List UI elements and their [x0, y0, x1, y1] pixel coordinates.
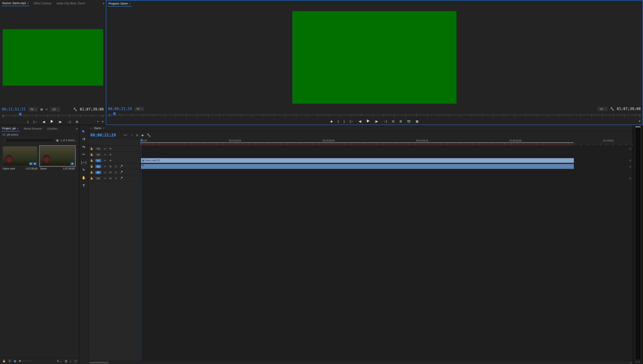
- step-back-icon[interactable]: ◀|: [359, 120, 362, 123]
- video-clip[interactable]: Damn.mp4 [V]: [141, 158, 574, 163]
- track-header-v1[interactable]: 🔓 V1 ▭ 👁: [89, 158, 140, 164]
- audio-clip[interactable]: [141, 164, 574, 169]
- step-back-icon[interactable]: ◀|: [43, 120, 45, 124]
- menu-icon[interactable]: ≡: [17, 127, 19, 130]
- voice-record-icon[interactable]: 🎤: [120, 177, 123, 180]
- linked-selection-icon[interactable]: ⎘: [136, 134, 138, 137]
- ripple-edit-tool-icon[interactable]: ⇆: [81, 144, 87, 149]
- track-header-a1[interactable]: 🔓 A1 ▭ M S 🎤: [89, 164, 140, 170]
- bin-item[interactable]: ▮▮ Damn 1;07;39;00: [40, 146, 75, 355]
- tab-effect-controls[interactable]: Effect Controls: [33, 1, 52, 6]
- tab-project[interactable]: Project: jah ≡: [1, 126, 20, 132]
- razor-tool-icon[interactable]: ✂: [81, 152, 87, 157]
- lane-a3[interactable]: [140, 176, 632, 181]
- track-label[interactable]: A2: [95, 171, 101, 174]
- nest-toggle-icon[interactable]: ✂⁺: [124, 134, 128, 137]
- go-to-in-icon[interactable]: {←: [33, 120, 37, 124]
- sync-lock-icon[interactable]: ▭: [103, 177, 107, 180]
- project-breadcrumb[interactable]: jah.prproj: [0, 132, 79, 137]
- timeline-timecode[interactable]: 00;00;21;29: [90, 133, 116, 137]
- track-label[interactable]: V1: [95, 159, 101, 162]
- lock-icon[interactable]: 🔓: [90, 147, 94, 150]
- source-add-button-icon[interactable]: +: [102, 120, 104, 124]
- bin-item[interactable]: ▮▮▮▮ Damn.mp4 1;07;39;00: [2, 146, 38, 355]
- program-add-button-icon[interactable]: +: [639, 119, 641, 123]
- sort-icon[interactable]: ⇅ ⌄: [57, 360, 62, 363]
- solo-icon[interactable]: S: [114, 171, 118, 174]
- overflow-chevrons-icon[interactable]: »: [76, 127, 78, 130]
- thumbnail-zoom-slider[interactable]: [19, 361, 33, 361]
- lane-v3[interactable]: [140, 146, 632, 152]
- insert-icon[interactable]: ⊞: [76, 120, 78, 124]
- track-label[interactable]: V3: [95, 147, 101, 150]
- source-playhead[interactable]: [19, 113, 22, 116]
- mute-icon[interactable]: M: [109, 177, 112, 180]
- timeline-settings-icon[interactable]: 🔧: [147, 134, 150, 137]
- pen-tool-icon[interactable]: ✎: [81, 168, 87, 172]
- lock-icon[interactable]: 🔓: [90, 159, 94, 162]
- sequence-tab[interactable]: Damn ≡: [94, 127, 104, 130]
- new-item-icon[interactable]: ▢: [74, 360, 77, 363]
- program-res-dropdown[interactable]: 1/2: [598, 107, 607, 111]
- source-transport-overflow-icon[interactable]: »: [97, 120, 99, 123]
- voice-record-icon[interactable]: 🎤: [120, 165, 123, 168]
- overflow-chevrons-icon[interactable]: »: [103, 2, 104, 5]
- source-video-area[interactable]: [0, 7, 106, 106]
- program-scrub-bar[interactable]: [108, 112, 641, 118]
- lane-v2[interactable]: [140, 152, 632, 158]
- tab-program[interactable]: Program: Damn ≡: [108, 1, 132, 6]
- write-lock-icon[interactable]: 🔓: [2, 360, 6, 363]
- source-safe-margins-icon[interactable]: ▦: [40, 108, 43, 111]
- lock-icon[interactable]: 🔓: [90, 171, 94, 174]
- comparison-view-icon[interactable]: ▦: [416, 120, 418, 123]
- track-select-tool-icon[interactable]: ⇉: [81, 137, 87, 141]
- source-timecode[interactable]: 00;11;51;21: [2, 107, 26, 112]
- lift-icon[interactable]: ⊟: [392, 120, 395, 123]
- mark-out-icon[interactable]: }: [344, 120, 345, 123]
- solo-indicator[interactable]: S S: [635, 361, 640, 363]
- lock-icon[interactable]: 🔓: [90, 153, 94, 156]
- sync-lock-icon[interactable]: ▭: [103, 153, 107, 156]
- sync-lock-icon[interactable]: ▭: [103, 159, 107, 162]
- go-to-out-icon[interactable]: →}: [67, 120, 71, 124]
- list-view-icon[interactable]: ☰: [9, 360, 11, 363]
- mark-in-icon[interactable]: }: [27, 120, 28, 124]
- track-label[interactable]: V2: [95, 153, 101, 156]
- automate-icon[interactable]: ▥: [65, 360, 67, 363]
- snap-toggle-icon[interactable]: ∩: [131, 134, 133, 137]
- toggle-output-icon[interactable]: 👁: [109, 153, 112, 156]
- sync-lock-icon[interactable]: ▭: [103, 165, 107, 168]
- track-label[interactable]: A3: [95, 177, 101, 180]
- timeline-track-area[interactable]: ;00;00 00;14;59;29 00;30;00;00 00;44;59;…: [140, 139, 632, 361]
- source-res-dropdown[interactable]: 1/2: [50, 107, 60, 112]
- sync-lock-icon[interactable]: ▭: [103, 171, 107, 174]
- tab-source[interactable]: Source: Damn.mp4 ≡: [1, 1, 30, 6]
- time-ruler[interactable]: ;00;00 00;14;59;29 00;30;00;00 00;44;59;…: [140, 139, 632, 146]
- lane-a1[interactable]: [140, 164, 632, 170]
- solo-icon[interactable]: S: [114, 165, 118, 168]
- add-marker-icon[interactable]: ◆: [141, 134, 144, 137]
- source-scrub-bar[interactable]: [2, 113, 104, 118]
- lane-a2[interactable]: [140, 170, 632, 176]
- track-label[interactable]: A1: [95, 165, 101, 168]
- track-header-a3[interactable]: 🔓 A3 ▭ M S 🎤: [89, 176, 140, 181]
- program-fit-dropdown[interactable]: Fit: [135, 107, 144, 111]
- mute-icon[interactable]: M: [109, 165, 112, 168]
- toggle-output-icon[interactable]: 👁: [109, 159, 112, 162]
- program-playhead[interactable]: [113, 112, 116, 115]
- lane-v1[interactable]: Damn.mp4 [V]: [140, 158, 632, 164]
- add-marker-icon[interactable]: ◆: [331, 120, 333, 123]
- selection-tool-icon[interactable]: [81, 129, 87, 134]
- track-header-v2[interactable]: 🔓 V2 ▭ 👁: [89, 152, 140, 158]
- track-height-handle[interactable]: [629, 178, 631, 179]
- menu-icon[interactable]: ≡: [103, 127, 104, 130]
- track-header-a2[interactable]: 🔓 A2 ▭ M S 🎤: [89, 170, 140, 176]
- track-height-handle[interactable]: [629, 166, 631, 168]
- mark-in-icon[interactable]: {: [338, 120, 339, 123]
- track-height-handle[interactable]: [629, 160, 631, 162]
- go-to-in-icon[interactable]: {←: [350, 120, 354, 123]
- tab-media-browser[interactable]: Media Browser: [23, 126, 43, 131]
- tab-audio-mixer[interactable]: Audio Clip Mixer: Damn: [56, 1, 86, 6]
- track-height-handle[interactable]: [629, 148, 631, 150]
- icon-view-icon[interactable]: ▦: [14, 360, 16, 363]
